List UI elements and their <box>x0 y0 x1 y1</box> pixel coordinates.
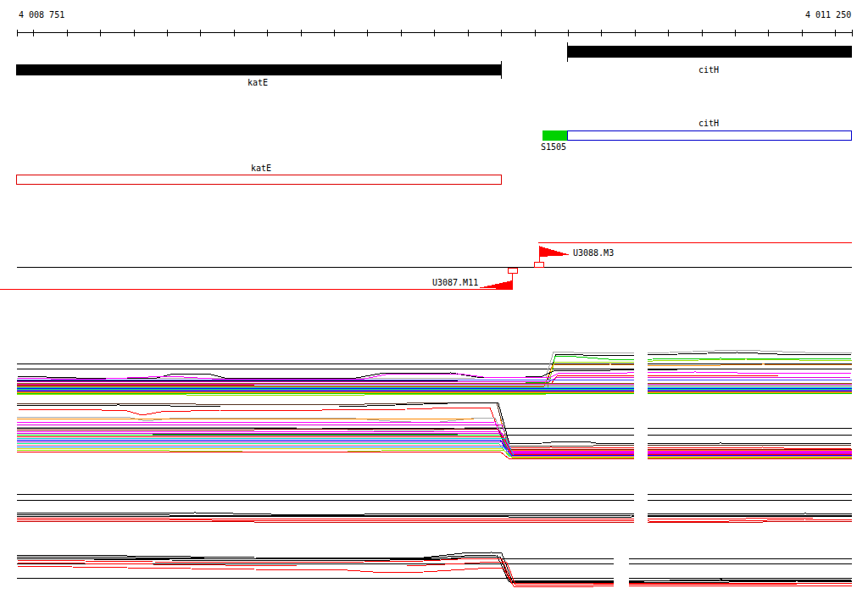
panel1-signal-series-9 <box>17 380 852 380</box>
feature-box-katE[interactable] <box>17 175 502 185</box>
transcript-label-katE: katE <box>251 164 271 173</box>
genome-browser-canvas <box>0 0 868 605</box>
marker-label-U3087-M11: U3087.M11 <box>432 278 478 287</box>
panel3-signal-series-3 <box>17 518 852 519</box>
marker-label-U3088-M3: U3088.M3 <box>573 248 614 258</box>
gene-label-katE: katE <box>248 78 268 87</box>
gene-bar-katE[interactable] <box>16 64 501 75</box>
panel1-signal-series-5 <box>17 369 852 378</box>
transcript-label-citH: citH <box>698 119 719 128</box>
feature-box-S1505[interactable] <box>542 130 567 141</box>
marker-flag-U3088.M3[interactable] <box>540 247 571 258</box>
panel4-signal-series-1 <box>17 552 852 580</box>
marker-anchor-box[interactable] <box>535 263 544 268</box>
coordinate-start-label: 4 008 751 <box>19 10 64 19</box>
panel3-signal-series-2 <box>17 516 852 517</box>
gene-bar-citH[interactable] <box>567 46 852 58</box>
panel3-signal-series-4 <box>17 519 852 521</box>
marker-anchor-box[interactable] <box>509 268 518 273</box>
coordinate-end-label: 4 011 250 <box>805 10 851 19</box>
marker-flag-U3087.M11[interactable] <box>480 280 513 290</box>
feature-box-citH[interactable] <box>568 131 852 141</box>
panel4-signal-series-5 <box>17 562 852 585</box>
panel1-signal-series-20 <box>17 393 852 394</box>
gene-label-citH: citH <box>698 65 719 75</box>
panel3-signal-series-0 <box>17 513 852 514</box>
masked-region-1 <box>614 549 629 591</box>
probe-label-S1505: S1505 <box>541 142 566 152</box>
masked-region-0 <box>634 342 648 529</box>
genome-browser-view: 4 008 751 4 011 250 citH katE citH S1505… <box>0 0 868 605</box>
